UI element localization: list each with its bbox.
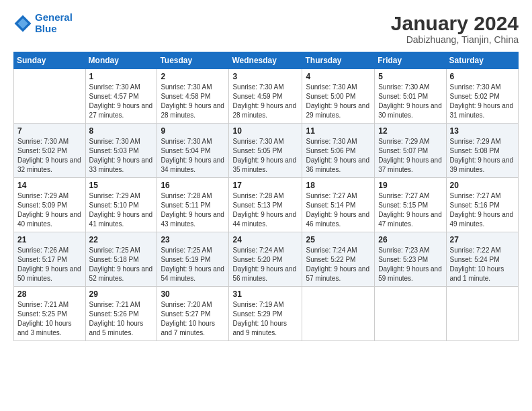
day-info: Sunrise: 7:27 AMSunset: 5:16 PMDaylight:… [450, 191, 515, 229]
day-cell [446, 287, 518, 341]
day-cell: 22Sunrise: 7:25 AMSunset: 5:18 PMDayligh… [85, 232, 157, 287]
day-info: Sunrise: 7:30 AMSunset: 4:59 PMDaylight:… [232, 83, 298, 120]
day-info: Sunrise: 7:22 AMSunset: 5:24 PMDaylight:… [450, 246, 515, 283]
day-cell [302, 287, 375, 341]
day-cell: 1Sunrise: 7:30 AMSunset: 4:57 PMDaylight… [85, 69, 157, 124]
day-cell: 3Sunrise: 7:30 AMSunset: 4:59 PMDaylight… [229, 69, 302, 124]
day-cell: 4Sunrise: 7:30 AMSunset: 5:00 PMDaylight… [302, 69, 375, 124]
day-cell: 19Sunrise: 7:27 AMSunset: 5:15 PMDayligh… [375, 178, 446, 232]
day-info: Sunrise: 7:19 AMSunset: 5:29 PMDaylight:… [232, 300, 298, 338]
day-cell: 23Sunrise: 7:25 AMSunset: 5:19 PMDayligh… [157, 232, 229, 287]
day-number: 16 [161, 181, 225, 190]
day-number: 19 [378, 181, 442, 190]
day-info: Sunrise: 7:30 AMSunset: 5:02 PMDaylight:… [450, 83, 515, 120]
day-number: 4 [306, 72, 371, 81]
week-row-5: 28Sunrise: 7:21 AMSunset: 5:25 PMDayligh… [14, 287, 519, 341]
day-cell: 5Sunrise: 7:30 AMSunset: 5:01 PMDaylight… [375, 69, 446, 124]
day-cell: 2Sunrise: 7:30 AMSunset: 4:58 PMDaylight… [157, 69, 229, 124]
day-number: 30 [161, 289, 225, 299]
col-sunday: Sunday [14, 52, 86, 69]
day-cell: 18Sunrise: 7:27 AMSunset: 5:14 PMDayligh… [302, 178, 375, 232]
day-number: 31 [232, 289, 298, 299]
day-number: 7 [17, 126, 82, 136]
day-cell: 24Sunrise: 7:24 AMSunset: 5:20 PMDayligh… [229, 232, 302, 287]
day-number: 6 [450, 72, 515, 81]
day-cell [14, 69, 86, 124]
col-wednesday: Wednesday [229, 52, 302, 69]
day-number: 5 [378, 72, 442, 81]
day-info: Sunrise: 7:24 AMSunset: 5:20 PMDaylight:… [232, 246, 298, 283]
day-number: 2 [161, 72, 225, 81]
day-cell: 29Sunrise: 7:21 AMSunset: 5:26 PMDayligh… [85, 287, 157, 341]
logo-icon [13, 14, 32, 33]
day-info: Sunrise: 7:30 AMSunset: 5:06 PMDaylight:… [306, 137, 371, 175]
day-cell: 6Sunrise: 7:30 AMSunset: 5:02 PMDaylight… [446, 69, 518, 124]
day-number: 20 [450, 181, 515, 190]
day-info: Sunrise: 7:26 AMSunset: 5:17 PMDaylight:… [17, 246, 82, 283]
day-cell: 12Sunrise: 7:29 AMSunset: 5:07 PMDayligh… [375, 124, 446, 178]
day-cell: 15Sunrise: 7:29 AMSunset: 5:10 PMDayligh… [85, 178, 157, 232]
day-info: Sunrise: 7:29 AMSunset: 5:10 PMDaylight:… [89, 191, 154, 229]
day-number: 14 [17, 181, 82, 190]
day-info: Sunrise: 7:30 AMSunset: 5:02 PMDaylight:… [17, 137, 82, 175]
day-number: 1 [89, 72, 154, 81]
day-number: 21 [17, 235, 82, 244]
day-number: 26 [378, 235, 442, 244]
day-info: Sunrise: 7:21 AMSunset: 5:25 PMDaylight:… [17, 300, 82, 338]
day-info: Sunrise: 7:23 AMSunset: 5:23 PMDaylight:… [378, 246, 442, 283]
col-friday: Friday [375, 52, 446, 69]
day-info: Sunrise: 7:30 AMSunset: 5:01 PMDaylight:… [378, 83, 442, 120]
day-info: Sunrise: 7:30 AMSunset: 5:04 PMDaylight:… [161, 137, 225, 175]
day-info: Sunrise: 7:27 AMSunset: 5:14 PMDaylight:… [306, 191, 371, 229]
day-info: Sunrise: 7:27 AMSunset: 5:15 PMDaylight:… [378, 191, 442, 229]
title-block: January 2024 Dabizhuang, Tianjin, China [391, 12, 519, 45]
day-number: 23 [161, 235, 225, 244]
calendar-table: SundayMondayTuesdayWednesdayThursdayFrid… [13, 52, 519, 341]
day-cell: 7Sunrise: 7:30 AMSunset: 5:02 PMDaylight… [14, 124, 86, 178]
week-row-4: 21Sunrise: 7:26 AMSunset: 5:17 PMDayligh… [14, 232, 519, 287]
day-cell: 31Sunrise: 7:19 AMSunset: 5:29 PMDayligh… [229, 287, 302, 341]
col-thursday: Thursday [302, 52, 375, 69]
day-cell: 21Sunrise: 7:26 AMSunset: 5:17 PMDayligh… [14, 232, 86, 287]
day-info: Sunrise: 7:24 AMSunset: 5:22 PMDaylight:… [306, 246, 371, 283]
col-tuesday: Tuesday [157, 52, 229, 69]
col-saturday: Saturday [446, 52, 518, 69]
day-info: Sunrise: 7:29 AMSunset: 5:07 PMDaylight:… [378, 137, 442, 175]
logo-text: General Blue [35, 12, 73, 34]
day-info: Sunrise: 7:30 AMSunset: 5:05 PMDaylight:… [232, 137, 298, 175]
day-cell: 20Sunrise: 7:27 AMSunset: 5:16 PMDayligh… [446, 178, 518, 232]
day-number: 9 [161, 126, 225, 136]
day-cell: 10Sunrise: 7:30 AMSunset: 5:05 PMDayligh… [229, 124, 302, 178]
day-info: Sunrise: 7:29 AMSunset: 5:09 PMDaylight:… [17, 191, 82, 229]
day-number: 11 [306, 126, 371, 136]
day-number: 29 [89, 289, 154, 299]
week-row-1: 1Sunrise: 7:30 AMSunset: 4:57 PMDaylight… [14, 69, 519, 124]
day-number: 27 [450, 235, 515, 244]
week-row-3: 14Sunrise: 7:29 AMSunset: 5:09 PMDayligh… [14, 178, 519, 232]
day-number: 22 [89, 235, 154, 244]
day-cell: 13Sunrise: 7:29 AMSunset: 5:08 PMDayligh… [446, 124, 518, 178]
day-cell: 30Sunrise: 7:20 AMSunset: 5:27 PMDayligh… [157, 287, 229, 341]
location: Dabizhuang, Tianjin, China [391, 34, 519, 45]
day-info: Sunrise: 7:28 AMSunset: 5:11 PMDaylight:… [161, 191, 225, 229]
day-cell: 17Sunrise: 7:28 AMSunset: 5:13 PMDayligh… [229, 178, 302, 232]
month-title: January 2024 [391, 12, 519, 34]
week-row-2: 7Sunrise: 7:30 AMSunset: 5:02 PMDaylight… [14, 124, 519, 178]
day-number: 18 [306, 181, 371, 190]
logo-general: General [35, 11, 73, 23]
page: General Blue January 2024 Dabizhuang, Ti… [0, 0, 532, 411]
col-monday: Monday [85, 52, 157, 69]
day-cell: 11Sunrise: 7:30 AMSunset: 5:06 PMDayligh… [302, 124, 375, 178]
day-cell: 25Sunrise: 7:24 AMSunset: 5:22 PMDayligh… [302, 232, 375, 287]
day-number: 25 [306, 235, 371, 244]
day-cell: 8Sunrise: 7:30 AMSunset: 5:03 PMDaylight… [85, 124, 157, 178]
day-number: 3 [232, 72, 298, 81]
day-info: Sunrise: 7:21 AMSunset: 5:26 PMDaylight:… [89, 300, 154, 338]
logo: General Blue [13, 12, 73, 34]
day-number: 28 [17, 289, 82, 299]
day-info: Sunrise: 7:30 AMSunset: 5:00 PMDaylight:… [306, 83, 371, 120]
day-cell: 16Sunrise: 7:28 AMSunset: 5:11 PMDayligh… [157, 178, 229, 232]
day-info: Sunrise: 7:20 AMSunset: 5:27 PMDaylight:… [161, 300, 225, 338]
day-number: 17 [232, 181, 298, 190]
calendar-header-row: SundayMondayTuesdayWednesdayThursdayFrid… [14, 52, 519, 69]
